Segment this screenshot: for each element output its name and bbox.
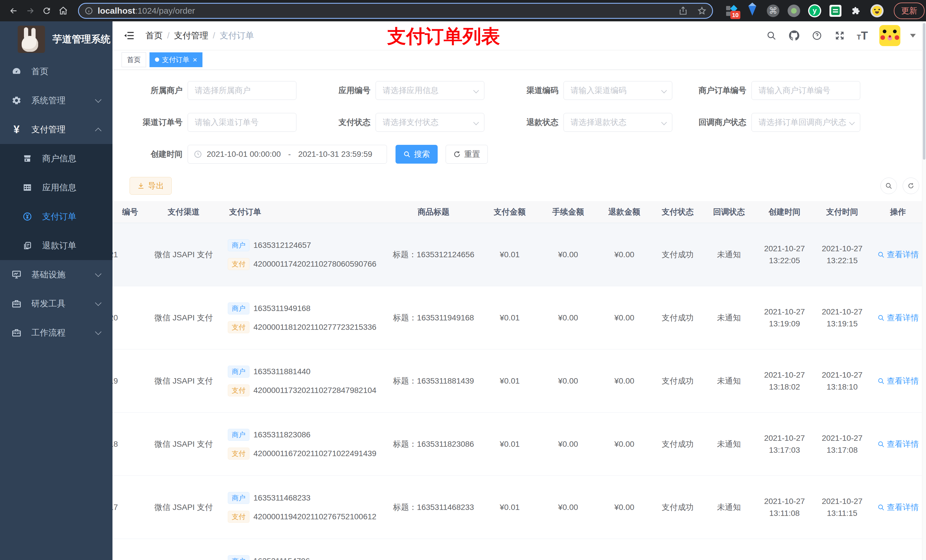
page-title-annotation: 支付订单列表 [387,24,500,49]
chevron-up-icon [95,128,101,134]
breadcrumb-home[interactable]: 首页 [145,30,163,42]
sidebar-item-infrastructure[interactable]: 基础设施 [0,260,112,289]
fee-amount: ¥0.00 [558,501,578,513]
toggle-search-button[interactable] [881,178,897,194]
browser-reload-icon[interactable] [40,4,53,18]
yen-icon: ¥ [11,124,22,135]
avatar-caret-icon[interactable] [910,34,916,38]
date-range-input[interactable]: 2021-10-01 00:00:00 - 2021-10-31 23:59:5… [188,145,387,164]
pay-order-table: 编号 支付渠道 支付订单 商品标题 支付金额 手续金额 退款金额 支付状态 回调… [112,201,926,560]
refresh-icon [453,151,461,158]
view-detail-link[interactable]: 查看详情 [877,249,919,261]
sidebar-logo[interactable]: 芋道管理系统 [0,21,112,57]
sidebar-item-merchant-info[interactable]: 商户信息 [0,144,112,173]
view-detail-link[interactable]: 查看详情 [877,438,919,450]
merchant-order-no: 1635311949168 [253,302,310,314]
tag-pay-order[interactable]: 支付订单× [150,52,203,67]
view-detail-link[interactable]: 查看详情 [877,312,919,324]
date-end[interactable]: 2021-10-31 23:59:59 [298,150,372,159]
pay-order-no: 4200001173202110272847982104 [253,385,377,396]
view-detail-link[interactable]: 查看详情 [877,375,919,387]
browser-toolbar: localhost:1024/pay/order 10 ⌘ y 更新 ⋮ [0,0,926,21]
fullscreen-icon[interactable] [834,30,846,41]
browser-home-icon[interactable] [56,4,70,18]
extension-chat-icon[interactable] [829,4,842,17]
extension-recorder-icon[interactable] [787,4,800,17]
user-avatar[interactable] [879,25,900,46]
main-area: 首页 / 支付管理 / 支付订单 支付订单列表 TT [112,21,926,560]
sidebar-collapse-icon[interactable] [123,29,135,42]
fee-amount: ¥0.00 [558,249,578,261]
pay-channel: 微信 JSAPI 支付 [154,501,213,513]
bookmark-star-icon[interactable] [698,6,707,15]
extensions-puzzle-icon[interactable] [850,4,863,17]
refund-amount: ¥0.00 [614,249,634,261]
sidebar-item-pay-order[interactable]: 支付订单 [0,202,112,231]
order-id: 19 [112,375,118,387]
search-form: 所属商户 应用编号 渠道编码 商户订单编号 [112,70,926,164]
shop-icon [22,153,33,164]
pay-tag: 支付 [228,385,250,396]
merchant-order-no-input[interactable] [752,81,860,100]
view-detail-link[interactable]: 查看详情 [877,501,919,513]
sidebar: 芋道管理系统 首页 系统管理 ¥ 支付管理 [0,21,112,560]
scrollbar-thumb[interactable] [923,23,925,160]
extension-y-icon[interactable]: y [808,4,821,17]
export-button[interactable]: 导出 [130,177,172,195]
sidebar-menu: 首页 系统管理 ¥ 支付管理 商户信息 [0,57,112,560]
order-id: 17 [112,501,118,513]
page-scrollbar[interactable] [922,21,926,560]
browser-forward-icon[interactable] [23,4,37,18]
browser-profile-avatar[interactable] [870,4,884,17]
reset-button[interactable]: 重置 [446,145,488,164]
header-search-icon[interactable] [766,30,777,41]
refund-status-select[interactable] [563,113,672,132]
sidebar-item-payment[interactable]: ¥ 支付管理 [0,115,112,144]
extension-sketch-icon[interactable]: 10 [725,4,738,17]
chrome-update-button[interactable]: 更新 [894,3,924,19]
chevron-down-icon [95,270,101,277]
tags-view: 首页 支付订单× [112,50,926,70]
date-start[interactable]: 2021-10-01 00:00:00 [207,150,281,159]
table-row: 18 微信 JSAPI 支付 商户 1635311823086 支付 42000… [112,413,926,476]
search-button[interactable]: 搜索 [395,145,438,164]
extension-kite-icon[interactable] [746,4,759,17]
help-icon[interactable] [811,30,823,41]
payment-submenu: 商户信息 应用信息 支付订单 退款订单 [0,144,112,260]
github-icon[interactable] [788,30,800,41]
address-bar[interactable]: localhost:1024/pay/order [78,3,713,19]
merchant-order-no: 1635311468233 [253,492,310,504]
breadcrumb-payment[interactable]: 支付管理 [174,30,208,42]
notify-status-select[interactable] [752,113,860,132]
pay-order-no: 4200001167202110271022491439 [253,448,377,460]
merchant-select[interactable] [188,81,297,100]
merchant-tag: 商户 [228,429,250,441]
search-icon [877,504,885,511]
filter-pay-status: 支付状态 [300,113,488,132]
sidebar-item-system[interactable]: 系统管理 [0,86,112,115]
sidebar-item-app-info[interactable]: 应用信息 [0,173,112,202]
pay-status: 支付成功 [662,438,694,450]
refresh-table-button[interactable] [903,178,919,194]
sidebar-item-workflow[interactable]: 工作流程 [0,318,112,347]
filter-create-time: 创建时间 2021-10-01 00:00:00 - 2021-10-31 23… [112,145,926,164]
pay-status-select[interactable] [375,113,484,132]
tag-close-icon[interactable]: × [193,56,197,63]
sidebar-item-home[interactable]: 首页 [0,57,112,86]
extension-command-icon[interactable]: ⌘ [767,4,780,17]
channel-code-select[interactable] [563,81,672,100]
url-text: localhost:1024/pay/order [98,6,195,16]
sidebar-item-refund-order[interactable]: 退款订单 [0,231,112,260]
site-info-icon[interactable] [85,6,93,15]
channel-order-no-input[interactable] [188,113,297,132]
table-row: 17 微信 JSAPI 支付 商户 1635311468233 支付 42000… [112,476,926,539]
app-select[interactable] [375,81,484,100]
browser-back-icon[interactable] [7,4,21,18]
pay-status: 支付成功 [662,249,694,261]
fee-amount: ¥0.00 [558,375,578,387]
tag-home[interactable]: 首页 [122,52,146,67]
font-size-icon[interactable]: TT [857,30,868,41]
share-icon[interactable] [679,6,688,15]
gear-icon [11,95,22,106]
sidebar-item-dev-tools[interactable]: 研发工具 [0,289,112,318]
